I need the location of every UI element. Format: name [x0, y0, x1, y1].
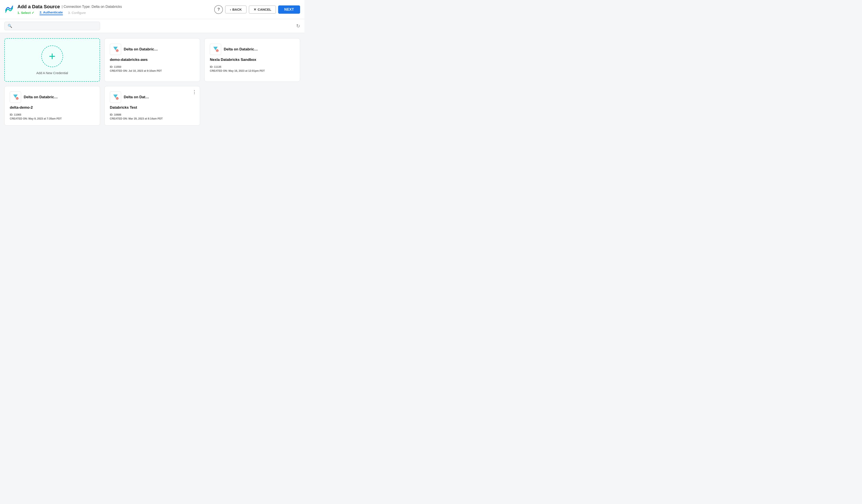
step-select: 1. Select ✓ [17, 11, 34, 15]
card-header-row: s Delta on Databric… [210, 44, 295, 55]
logo [4, 4, 14, 15]
back-button[interactable]: ‹ BACK [225, 5, 246, 13]
credential-card-11135[interactable]: s Delta on Databric… Nexla Databricks Sa… [205, 38, 300, 82]
card-nickname: demo-databricks-aws [110, 57, 195, 62]
card-header-row: s Delta on Databric… [110, 44, 195, 55]
svg-text:s: s [16, 97, 17, 100]
back-chevron-icon: ‹ [230, 8, 231, 11]
refresh-icon: ↻ [296, 23, 300, 29]
card-type-name: Delta on Databric… [24, 95, 58, 99]
header-actions: ? ‹ BACK ✕ CANCEL NEXT [214, 5, 300, 14]
card-id: ID: 10686 [110, 113, 195, 116]
card-nickname: Nexla Databricks Sandbox [210, 57, 295, 62]
header: Add a Data Source | Connection Type: Del… [0, 0, 304, 19]
svg-text:s: s [217, 50, 218, 52]
card-icon: s [210, 44, 221, 55]
credential-card-11550[interactable]: s Delta on Databric… demo-databricks-aws… [104, 38, 200, 82]
next-button[interactable]: NEXT [278, 5, 300, 14]
card-type-name: Delta on Databric… [224, 47, 258, 52]
card-nickname: Databricks Test [110, 105, 195, 110]
credential-card-10686[interactable]: s Delta on Dat… ⋮ Databricks Test ID: 10… [104, 86, 200, 125]
cancel-x-icon: ✕ [253, 8, 257, 12]
cancel-button[interactable]: ✕ CANCEL [249, 5, 276, 14]
add-circle: + [41, 45, 63, 67]
card-id: ID: 11065 [10, 113, 95, 116]
main-content: + Add A New Credential s Delta on Databr… [0, 33, 304, 180]
plus-icon: + [49, 51, 55, 62]
card-nickname: delta-demo-2 [10, 105, 95, 110]
refresh-button[interactable]: ↻ [296, 23, 300, 29]
connection-type: | Connection Type: Delta on Databricks [62, 5, 122, 9]
card-header-row: s Delta on Dat… [110, 92, 195, 103]
svg-text:s: s [117, 97, 118, 100]
credentials-grid: + Add A New Credential s Delta on Databr… [0, 33, 304, 131]
page-title: Add a Data Source [17, 4, 60, 10]
step-authenticate: 2. Authenticate [40, 11, 63, 15]
search-input-wrap: 🔍 [4, 22, 100, 30]
add-credential-label: Add A New Credential [36, 71, 68, 75]
card-header-row: s Delta on Databric… [10, 92, 95, 103]
card-type-name: Delta on Dat… [124, 95, 149, 99]
card-created-on: CREATED ON: May 9, 2023 at 7:35am PDT [10, 117, 95, 120]
header-title-area: Add a Data Source | Connection Type: Del… [17, 4, 211, 15]
card-created-on: CREATED ON: Jul 10, 2023 at 9:10am PDT [110, 69, 195, 72]
search-icon: 🔍 [8, 24, 12, 28]
card-id: ID: 11550 [110, 65, 195, 68]
card-type-name: Delta on Databric… [124, 47, 158, 52]
add-new-credential-card[interactable]: + Add A New Credential [4, 38, 100, 82]
svg-text:s: s [117, 50, 118, 52]
search-bar-area: 🔍 ↻ [0, 19, 304, 33]
card-menu-button[interactable]: ⋮ [192, 89, 197, 95]
credential-card-11065[interactable]: s Delta on Databric… delta-demo-2 ID: 11… [4, 86, 100, 125]
steps-bar: 1. Select ✓ 2. Authenticate 3. Configure [17, 11, 211, 15]
card-created-on: CREATED ON: Mar 29, 2023 at 8:14am PDT [110, 117, 195, 120]
step-configure: 3. Configure [68, 11, 86, 15]
card-icon: s [110, 92, 121, 103]
card-icon: s [10, 92, 21, 103]
search-input[interactable] [14, 24, 97, 28]
card-icon: s [110, 44, 121, 55]
card-id: ID: 11135 [210, 65, 295, 68]
ellipsis-icon: ⋮ [192, 89, 197, 95]
card-created-on: CREATED ON: May 16, 2023 at 12:01pm PDT [210, 69, 295, 72]
help-button[interactable]: ? [214, 5, 223, 14]
